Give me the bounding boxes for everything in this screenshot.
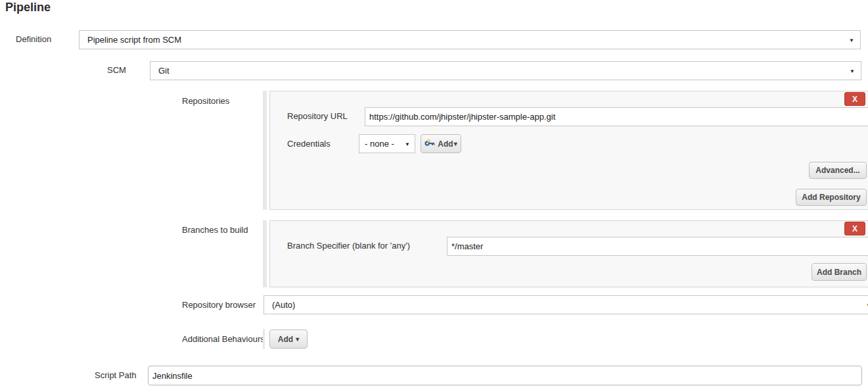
repositories-indent-bar [263, 91, 267, 210]
caret-down-icon: ▾ [296, 336, 299, 343]
branches-indent-bar [263, 220, 267, 287]
repositories-label: Repositories [182, 96, 229, 106]
add-credentials-button[interactable]: Add ▾ [421, 134, 461, 153]
branches-to-build-label: Branches to build [182, 225, 248, 235]
key-icon [424, 139, 435, 149]
definition-label: Definition [16, 34, 51, 44]
additional-behaviours-indent-bar [263, 329, 265, 349]
repository-browser-label: Repository browser [182, 300, 256, 310]
scm-select[interactable]: Git ▼ [150, 61, 861, 80]
repository-browser-select[interactable]: (Auto) ▼ [263, 295, 868, 314]
additional-behaviours-label: Additional Behaviours [182, 334, 265, 344]
credentials-label: Credentials [287, 139, 331, 149]
pipeline-config-page: Pipeline Definition Pipeline script from… [0, 0, 868, 390]
chevron-down-icon: ▼ [849, 37, 854, 43]
definition-select-value: Pipeline script from SCM [87, 35, 181, 45]
branch-specifier-label: Branch Specifier (blank for 'any') [287, 241, 410, 251]
scm-label: SCM [107, 65, 126, 75]
add-behaviour-label: Add [278, 335, 293, 344]
credentials-select-value: - none - [365, 139, 394, 149]
add-credentials-label: Add [438, 139, 453, 149]
add-behaviour-button[interactable]: Add ▾ [269, 329, 308, 349]
repository-url-label: Repository URL [287, 111, 348, 121]
repository-url-input[interactable] [365, 107, 868, 126]
caret-down-icon: ▾ [454, 141, 457, 147]
definition-select[interactable]: Pipeline script from SCM ▼ [79, 30, 861, 49]
branch-specifier-input[interactable] [447, 237, 868, 256]
add-repository-button[interactable]: Add Repository [796, 189, 867, 206]
delete-branch-button[interactable]: X [844, 222, 865, 235]
repository-browser-select-value: (Auto) [272, 300, 295, 310]
page-title: Pipeline [5, 1, 51, 14]
advanced-button[interactable]: Advanced... [809, 162, 867, 179]
scm-select-value: Git [158, 66, 170, 76]
credentials-select[interactable]: - none - ▼ [359, 134, 415, 153]
add-branch-button[interactable]: Add Branch [811, 263, 867, 281]
chevron-down-icon: ▼ [850, 68, 855, 74]
script-path-label: Script Path [95, 370, 137, 380]
delete-repository-button[interactable]: X [844, 92, 865, 106]
chevron-down-icon: ▼ [405, 141, 410, 147]
script-path-input[interactable] [148, 366, 862, 385]
